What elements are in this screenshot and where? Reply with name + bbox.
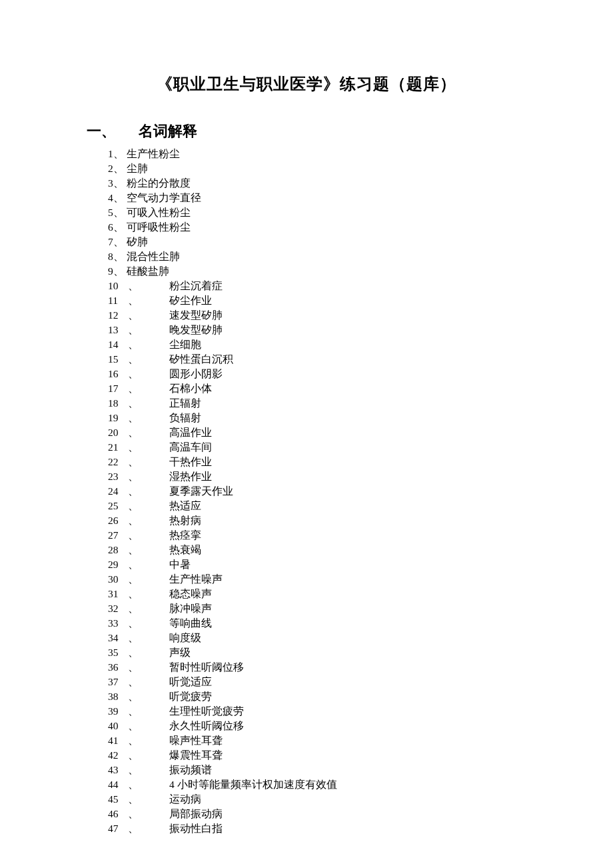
item-term: 夏季露天作业 bbox=[169, 484, 233, 499]
item-separator: 、 bbox=[128, 367, 139, 381]
item-term: 爆震性耳聋 bbox=[169, 748, 223, 763]
item-term: 干热作业 bbox=[169, 455, 212, 469]
item-separator: 、 bbox=[128, 455, 139, 469]
item-term: 矽肺 bbox=[127, 235, 148, 249]
item-term: 听觉疲劳 bbox=[169, 689, 212, 704]
item-separator: 、 bbox=[113, 176, 124, 191]
list-item: 41、噪声性耳聋 bbox=[87, 733, 526, 748]
item-separator: 、 bbox=[128, 587, 139, 601]
item-number: 40 bbox=[108, 719, 128, 733]
item-separator: 、 bbox=[128, 792, 139, 807]
item-separator: 、 bbox=[113, 249, 124, 264]
list-item: 20、高温作业 bbox=[87, 425, 526, 440]
item-term: 生理性听觉疲劳 bbox=[169, 704, 244, 719]
item-number: 32 bbox=[108, 601, 128, 616]
list-item: 24、夏季露天作业 bbox=[87, 484, 526, 499]
list-item: 31、稳态噪声 bbox=[87, 587, 526, 601]
item-separator: 、 bbox=[128, 484, 139, 499]
list-item: 6、可呼吸性粉尘 bbox=[87, 220, 526, 235]
list-item: 11、矽尘作业 bbox=[87, 293, 526, 308]
item-separator: 、 bbox=[113, 235, 124, 249]
item-number: 29 bbox=[108, 557, 128, 572]
item-separator: 、 bbox=[128, 631, 139, 645]
item-separator: 、 bbox=[128, 543, 139, 557]
item-number: 34 bbox=[108, 631, 128, 645]
list-item: 5、可吸入性粉尘 bbox=[87, 205, 526, 220]
item-number: 33 bbox=[108, 616, 128, 631]
item-term: 热衰竭 bbox=[169, 543, 201, 557]
item-number: 24 bbox=[108, 484, 128, 499]
item-number: 1 bbox=[108, 147, 113, 161]
list-item: 40、永久性听阈位移 bbox=[87, 719, 526, 733]
list-item: 18、正辐射 bbox=[87, 396, 526, 411]
item-separator: 、 bbox=[128, 469, 139, 484]
item-number: 7 bbox=[108, 235, 113, 249]
item-separator: 、 bbox=[128, 675, 139, 689]
item-separator: 、 bbox=[128, 807, 139, 821]
item-separator: 、 bbox=[128, 411, 139, 425]
document-page: 《职业卫生与职业医学》练习题（题库） 一、 名词解释 1、生产性粉尘2、尘肺3、… bbox=[0, 0, 613, 868]
item-separator: 、 bbox=[128, 572, 139, 587]
item-separator: 、 bbox=[113, 205, 124, 220]
item-number: 20 bbox=[108, 425, 128, 440]
item-term: 湿热作业 bbox=[169, 469, 212, 484]
item-separator: 、 bbox=[128, 777, 139, 792]
item-number: 43 bbox=[108, 763, 128, 777]
item-term: 热射病 bbox=[169, 513, 201, 528]
term-list: 1、生产性粉尘2、尘肺3、粉尘的分散度4、空气动力学直径5、可吸入性粉尘6、可呼… bbox=[87, 147, 526, 836]
item-number: 9 bbox=[108, 264, 113, 279]
list-item: 22、干热作业 bbox=[87, 455, 526, 469]
item-number: 8 bbox=[108, 249, 113, 264]
list-item: 4、空气动力学直径 bbox=[87, 191, 526, 205]
item-separator: 、 bbox=[113, 161, 124, 176]
list-item: 21、高温车间 bbox=[87, 440, 526, 455]
item-separator: 、 bbox=[128, 763, 139, 777]
list-item: 45、运动病 bbox=[87, 792, 526, 807]
item-number: 12 bbox=[108, 308, 128, 323]
item-number: 38 bbox=[108, 689, 128, 704]
item-separator: 、 bbox=[128, 660, 139, 675]
item-number: 17 bbox=[108, 381, 128, 396]
list-item: 3、粉尘的分散度 bbox=[87, 176, 526, 191]
item-number: 44 bbox=[108, 777, 128, 792]
item-separator: 、 bbox=[128, 425, 139, 440]
list-item: 29、中暑 bbox=[87, 557, 526, 572]
item-term: 振动频谱 bbox=[169, 763, 212, 777]
item-term: 粉尘的分散度 bbox=[127, 176, 191, 191]
list-item: 38、听觉疲劳 bbox=[87, 689, 526, 704]
list-item: 30、生产性噪声 bbox=[87, 572, 526, 587]
item-number: 18 bbox=[108, 396, 128, 411]
list-item: 10、粉尘沉着症 bbox=[87, 279, 526, 293]
item-term: 等响曲线 bbox=[169, 616, 212, 631]
list-item: 9、硅酸盐肺 bbox=[87, 264, 526, 279]
item-term: 晚发型矽肺 bbox=[169, 323, 223, 337]
item-number: 13 bbox=[108, 323, 128, 337]
list-item: 1、生产性粉尘 bbox=[87, 147, 526, 161]
item-term: 听觉适应 bbox=[169, 675, 212, 689]
item-separator: 、 bbox=[128, 499, 139, 513]
list-item: 14、尘细胞 bbox=[87, 337, 526, 352]
item-number: 31 bbox=[108, 587, 128, 601]
section-label: 名词解释 bbox=[139, 121, 197, 141]
item-separator: 、 bbox=[128, 821, 139, 836]
list-item: 43、振动频谱 bbox=[87, 763, 526, 777]
item-separator: 、 bbox=[113, 264, 124, 279]
item-term: 空气动力学直径 bbox=[127, 191, 201, 205]
item-number: 39 bbox=[108, 704, 128, 719]
list-item: 32、脉冲噪声 bbox=[87, 601, 526, 616]
item-term: 矽性蛋白沉积 bbox=[169, 352, 233, 367]
item-term: 可呼吸性粉尘 bbox=[127, 220, 191, 235]
item-term: 混合性尘肺 bbox=[127, 249, 180, 264]
item-term: 响度级 bbox=[169, 631, 201, 645]
item-number: 45 bbox=[108, 792, 128, 807]
item-number: 6 bbox=[108, 220, 113, 235]
item-term: 高温车间 bbox=[169, 440, 212, 455]
list-item: 16、圆形小阴影 bbox=[87, 367, 526, 381]
item-term: 运动病 bbox=[169, 792, 201, 807]
item-term: 热适应 bbox=[169, 499, 201, 513]
item-number: 47 bbox=[108, 821, 128, 836]
item-number: 30 bbox=[108, 572, 128, 587]
item-number: 4 bbox=[108, 191, 113, 205]
list-item: 47、振动性白指 bbox=[87, 821, 526, 836]
item-term: 暂时性听阈位移 bbox=[169, 660, 244, 675]
